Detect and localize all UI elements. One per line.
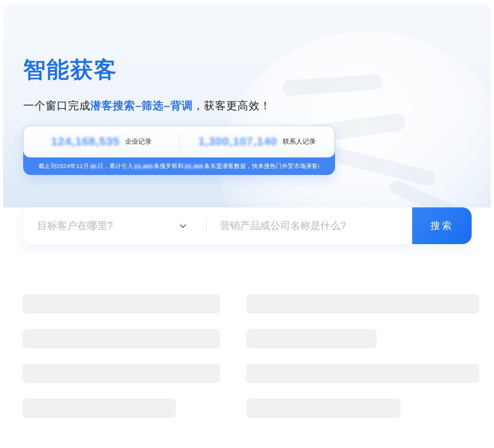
- subtitle-highlight: 潜客搜索–筛选–背调: [90, 100, 193, 112]
- search-bar: 目标客户在哪里? 搜索: [23, 207, 472, 244]
- stats-panel: 124,168,535 企业记录 1,300,107,140 联系人记录 截止到…: [23, 126, 335, 175]
- promo-text: 日，累计引入: [97, 163, 133, 170]
- keyword-input[interactable]: [207, 214, 412, 238]
- chevron-down-icon: [179, 222, 187, 230]
- promo-count-1: 23,465: [133, 163, 154, 170]
- subtitle-prefix: 一个窗口完成: [23, 100, 90, 112]
- globe-landmass: [388, 179, 478, 207]
- page-title: 智能获客: [23, 58, 491, 81]
- skeleton-bar: [246, 364, 479, 383]
- region-select-placeholder: 目标客户在哪里?: [37, 219, 113, 232]
- hero-section: 智能获客 一个窗口完成潜客搜索–筛选–背调，获客更高效！ 124,168,535…: [3, 3, 491, 207]
- skeleton-bar: [22, 364, 220, 383]
- stats-card: 124,168,535 企业记录 1,300,107,140 联系人记录: [23, 126, 335, 158]
- skeleton-bar: [22, 399, 176, 418]
- company-count: 124,168,535: [51, 135, 120, 148]
- main-card: 智能获客 一个窗口完成潜客搜索–筛选–背调，获客更高效！ 124,168,535…: [3, 3, 491, 446]
- skeleton-bar: [246, 329, 377, 348]
- search-button[interactable]: 搜索: [412, 207, 472, 244]
- subtitle-suffix: ，获客更高效！: [193, 100, 271, 112]
- stat-contact: 1,300,107,140 联系人记录: [179, 135, 335, 148]
- promo-count-2: 23,465: [184, 163, 204, 170]
- company-count-label: 企业记录: [125, 137, 151, 146]
- skeleton-list: [22, 294, 491, 418]
- skeleton-bar: [246, 399, 401, 418]
- promo-banner: 截止到2024年12月30日，累计引入 23,465 条俄罗斯和 23,465 …: [23, 158, 335, 175]
- globe-illustration: [221, 31, 491, 207]
- contact-count: 1,300,107,140: [198, 135, 277, 148]
- skeleton-bar: [22, 329, 220, 348]
- promo-text: 条东盟潜客数据，快来搜热门外贸市场潜客!: [204, 163, 320, 170]
- promo-text: 条俄罗斯和: [154, 163, 184, 170]
- globe-landmass: [321, 144, 437, 187]
- contact-count-label: 联系人记录: [283, 137, 316, 146]
- promo-day: 30: [89, 163, 98, 170]
- page-subtitle: 一个窗口完成潜客搜索–筛选–背调，获客更高效！: [23, 98, 491, 113]
- region-select[interactable]: 目标客户在哪里?: [23, 207, 206, 244]
- promo-text: 截止到2024年12月: [39, 163, 89, 170]
- skeleton-bar: [246, 294, 479, 314]
- skeleton-bar: [22, 294, 220, 314]
- stat-company: 124,168,535 企业记录: [24, 135, 179, 148]
